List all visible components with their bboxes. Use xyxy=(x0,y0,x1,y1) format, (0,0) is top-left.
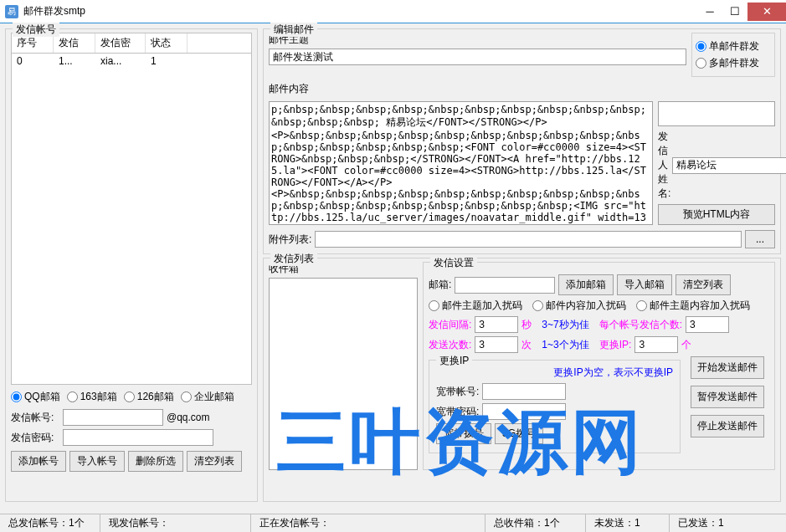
status-sending-account: 正在发信帐号： xyxy=(251,514,485,532)
add-mailbox-button[interactable]: 添加邮箱 xyxy=(558,274,614,295)
sender-name-input[interactable] xyxy=(672,157,786,174)
times-input[interactable] xyxy=(475,336,518,353)
provider-126-radio[interactable]: 126邮箱 xyxy=(124,390,174,404)
pause-send-button[interactable]: 暂停发送邮件 xyxy=(691,386,764,408)
broadband-dial-button[interactable]: 宽带拨号 xyxy=(436,423,491,444)
account-label: 发信帐号: xyxy=(11,411,59,425)
per-account-input[interactable] xyxy=(686,316,729,333)
close-button[interactable]: ✕ xyxy=(747,3,786,21)
password-input[interactable] xyxy=(63,429,213,446)
preview-area xyxy=(658,101,775,126)
content-label: 邮件内容 xyxy=(269,82,775,96)
delete-selected-button[interactable]: 删除所选 xyxy=(128,451,183,472)
attachment-input[interactable] xyxy=(315,231,742,248)
3g-dial-button[interactable]: 3G拨号 xyxy=(495,423,543,444)
start-send-button[interactable]: 开始发送邮件 xyxy=(691,356,764,379)
mailbox-input[interactable] xyxy=(455,277,555,294)
attach-label: 附件列表: xyxy=(269,233,311,247)
minimize-button[interactable]: ─ xyxy=(697,3,722,21)
clear-recipient-button[interactable]: 清空列表 xyxy=(676,274,731,295)
stop-send-button[interactable]: 停止发送邮件 xyxy=(691,415,764,437)
compose-group-title: 编辑邮件 xyxy=(270,23,317,37)
mailbox-label: 邮箱: xyxy=(429,278,451,292)
broadband-account-label: 宽带帐号: xyxy=(436,385,479,399)
single-mode-radio[interactable]: 单邮件群发 xyxy=(696,39,771,54)
window-title: 邮件群发smtp xyxy=(23,4,697,18)
scramble-both-radio[interactable]: 邮件主题内容加入扰码 xyxy=(636,299,750,313)
status-sent: 已发送：1 xyxy=(670,514,786,532)
sender-name-label: 发信人姓名: xyxy=(658,130,670,201)
settings-group-title: 发信设置 xyxy=(430,256,477,270)
subject-input[interactable] xyxy=(269,49,686,65)
broadband-account-input[interactable] xyxy=(482,383,566,400)
import-mailbox-button[interactable]: 导入邮箱 xyxy=(617,274,672,295)
content-textarea[interactable]: p;&nbsp;&nbsp;&nbsp;&nbsp;&nbsp;&nbsp;&n… xyxy=(269,101,653,225)
interval-input[interactable] xyxy=(475,316,518,333)
interval-label: 发信间隔: xyxy=(429,318,471,332)
change-ip-label: 更换IP: xyxy=(599,338,632,352)
accounts-table[interactable]: 0 1... xia... 1 xyxy=(11,54,252,385)
send-group-title: 发信列表 xyxy=(270,252,317,266)
maximize-button[interactable]: ☐ xyxy=(722,3,747,21)
status-unsent: 未发送：1 xyxy=(586,514,670,532)
provider-ent-radio[interactable]: 企业邮箱 xyxy=(181,390,234,404)
subject-label: 邮件主题 xyxy=(269,33,686,47)
scramble-subject-radio[interactable]: 邮件主题加入扰码 xyxy=(429,299,522,313)
per-account-label: 每个帐号发信个数: xyxy=(599,318,682,332)
provider-163-radio[interactable]: 163邮箱 xyxy=(67,390,117,404)
status-current-account: 现发信帐号： xyxy=(100,514,251,532)
broadband-password-input[interactable] xyxy=(482,403,566,420)
times-label: 发送次数: xyxy=(429,338,471,352)
provider-qq-radio[interactable]: QQ邮箱 xyxy=(11,390,60,404)
multi-mode-radio[interactable]: 多邮件群发 xyxy=(696,56,771,70)
account-input[interactable] xyxy=(63,409,163,426)
status-bar: 总发信帐号：1个 现发信帐号： 正在发信帐号： 总收件箱：1个 未发送：1 已发… xyxy=(0,514,786,532)
password-label: 发信密码: xyxy=(11,431,59,445)
import-account-button[interactable]: 导入帐号 xyxy=(69,451,125,472)
status-total-recipients: 总收件箱：1个 xyxy=(485,514,586,532)
broadband-password-label: 宽带密码: xyxy=(436,405,479,419)
preview-html-button[interactable]: 预览HTML内容 xyxy=(658,204,775,225)
attachment-browse-button[interactable]: ... xyxy=(745,230,775,248)
ip-group-title: 更换IP xyxy=(436,354,472,368)
clear-list-button[interactable]: 清空列表 xyxy=(187,451,242,472)
account-suffix: @qq.com xyxy=(167,412,210,423)
change-ip-input[interactable] xyxy=(634,336,678,353)
app-icon: 易 xyxy=(5,5,18,18)
table-row[interactable]: 0 1... xia... 1 xyxy=(12,54,251,69)
accounts-group-title: 发信帐号 xyxy=(13,23,59,37)
recipient-list[interactable] xyxy=(269,278,418,470)
status-total-accounts: 总发信帐号：1个 xyxy=(0,514,100,532)
add-account-button[interactable]: 添加帐号 xyxy=(11,451,66,472)
scramble-content-radio[interactable]: 邮件内容加入扰码 xyxy=(532,299,626,313)
